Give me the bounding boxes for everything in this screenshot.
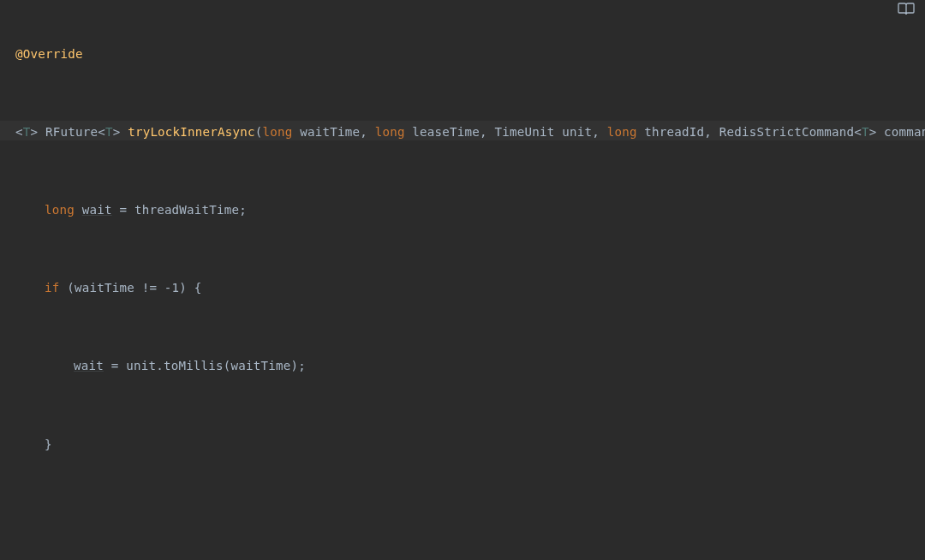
code-line: <T> RFuture<T> tryLockInnerAsync(long wa… (15, 122, 925, 142)
code-line: wait = unit.toMillis(waitTime); (15, 356, 925, 376)
blank-line (15, 513, 925, 533)
reader-mode-icon[interactable] (898, 2, 915, 20)
method-name: tryLockInnerAsync (128, 125, 255, 139)
code-line: if (waitTime != -1) { (15, 278, 925, 298)
code-line: long wait = threadWaitTime; (15, 200, 925, 220)
book-icon (898, 3, 915, 16)
annotation: @Override (15, 47, 83, 61)
code-line: } (15, 435, 925, 455)
code-line: @Override (15, 45, 925, 64)
code-editor[interactable]: @Override <T> RFuture<T> tryLockInnerAsy… (0, 0, 925, 560)
